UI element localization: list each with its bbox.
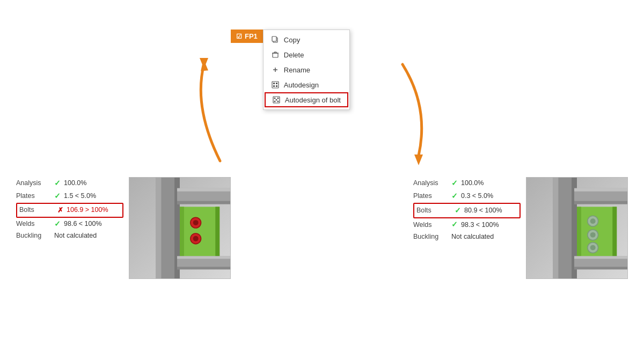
menu-copy-label: Copy — [284, 36, 300, 44]
svg-point-49 — [590, 218, 596, 224]
right-analysis-row: Analysis ✓ 100.0% — [413, 177, 521, 190]
left-model-svg — [129, 178, 230, 278]
svg-point-51 — [590, 232, 596, 238]
left-model-thumb — [129, 177, 231, 279]
svg-rect-13 — [276, 85, 277, 87]
right-bolts-value: 80.9 < 100% — [464, 205, 502, 216]
svg-rect-46 — [577, 207, 581, 260]
right-plates-label: Plates — [413, 190, 448, 202]
menu-item-rename[interactable]: Rename — [264, 62, 349, 77]
left-welds-label: Welds — [16, 218, 51, 230]
fp1-label: FP1 — [245, 32, 258, 40]
menu-delete-label: Delete — [284, 51, 304, 59]
right-analysis-label: Analysis — [413, 178, 448, 189]
right-bolts-row: Bolts ✓ 80.9 < 100% — [413, 203, 521, 219]
fp1-badge[interactable]: ☑ FP1 — [231, 30, 263, 43]
right-stats-table: Analysis ✓ 100.0% Plates ✓ 0.3 < 5.0% Bo… — [413, 177, 521, 243]
menu-rename-label: Rename — [284, 66, 310, 74]
svg-rect-29 — [180, 207, 184, 260]
right-model-svg — [526, 178, 627, 278]
right-bolts-label: Bolts — [416, 205, 451, 216]
left-analysis-value: 100.0% — [64, 178, 86, 189]
svg-rect-26 — [177, 188, 230, 192]
svg-rect-2 — [273, 53, 278, 57]
right-model-thumb — [526, 177, 628, 279]
left-plates-label: Plates — [16, 190, 51, 202]
left-buckling-row: Buckling Not calculated — [16, 230, 123, 241]
svg-rect-11 — [276, 83, 277, 84]
menu-item-autodesign[interactable]: Autodesign — [264, 77, 349, 92]
context-menu: Copy Delete Rename — [263, 30, 350, 110]
copy-icon — [271, 35, 280, 44]
svg-rect-12 — [273, 85, 275, 87]
left-plates-row: Plates ✓ 1.5 < 5.0% — [16, 190, 123, 203]
fp1-check-icon: ☑ — [236, 33, 242, 40]
right-bolts-icon: ✓ — [455, 204, 461, 217]
rename-icon — [271, 65, 280, 74]
svg-rect-37 — [177, 267, 230, 269]
menu-autodesign-label: Autodesign — [284, 81, 319, 89]
svg-rect-44 — [574, 201, 627, 204]
svg-rect-30 — [215, 207, 219, 260]
right-plates-value: 0.3 < 5.0% — [461, 190, 493, 202]
svg-point-34 — [193, 236, 199, 241]
svg-point-17 — [274, 101, 275, 102]
svg-rect-40 — [553, 178, 558, 278]
left-buckling-label: Buckling — [16, 230, 51, 241]
delete-icon — [271, 50, 280, 59]
left-bolts-icon: ✗ — [57, 204, 63, 216]
right-buckling-value: Not calculated — [451, 231, 494, 243]
svg-rect-55 — [574, 256, 627, 259]
svg-rect-10 — [273, 83, 275, 84]
right-plates-row: Plates ✓ 0.3 < 5.0% — [413, 190, 521, 203]
svg-rect-47 — [612, 207, 617, 260]
right-analysis-value: 100.0% — [461, 178, 484, 189]
menu-item-copy[interactable]: Copy — [264, 32, 349, 47]
right-welds-row: Welds ✓ 98.3 < 100% — [413, 218, 521, 231]
svg-rect-27 — [177, 201, 230, 204]
svg-rect-43 — [574, 188, 627, 192]
left-panel: Analysis ✓ 100.0% Plates ✓ 1.5 < 5.0% Bo… — [16, 177, 231, 279]
svg-point-15 — [274, 98, 275, 99]
menu-item-delete[interactable]: Delete — [264, 47, 349, 62]
left-welds-row: Welds ✓ 98.6 < 100% — [16, 218, 123, 231]
left-welds-value: 98.6 < 100% — [64, 218, 102, 230]
arrow-right — [386, 43, 526, 166]
right-buckling-label: Buckling — [413, 231, 448, 243]
svg-rect-23 — [156, 178, 161, 278]
right-buckling-row: Buckling Not calculated — [413, 231, 521, 243]
left-analysis-row: Analysis ✓ 100.0% — [16, 177, 123, 190]
svg-point-16 — [277, 98, 279, 99]
right-welds-icon: ✓ — [451, 218, 458, 231]
svg-point-19 — [275, 99, 277, 101]
autodesign-bolt-icon — [272, 95, 281, 104]
autodesign-icon — [271, 80, 280, 89]
right-welds-label: Welds — [413, 219, 448, 231]
left-bolts-value: 106.9 > 100% — [67, 204, 108, 216]
left-welds-icon: ✓ — [54, 218, 61, 231]
svg-point-53 — [590, 245, 596, 251]
bottom-section: Analysis ✓ 100.0% Plates ✓ 1.5 < 5.0% Bo… — [0, 177, 644, 279]
right-analysis-icon: ✓ — [451, 177, 458, 190]
right-welds-value: 98.3 < 100% — [461, 219, 499, 231]
left-stats-table: Analysis ✓ 100.0% Plates ✓ 1.5 < 5.0% Bo… — [16, 177, 123, 242]
menu-item-autodesign-bolt[interactable]: Autodesign of bolt — [265, 92, 348, 107]
svg-rect-1 — [272, 36, 276, 41]
svg-rect-56 — [574, 267, 627, 269]
menu-autodesign-bolt-label: Autodesign of bolt — [285, 96, 341, 104]
left-analysis-icon: ✓ — [54, 177, 61, 190]
svg-rect-28 — [180, 207, 219, 260]
right-panel: Analysis ✓ 100.0% Plates ✓ 0.3 < 5.0% Bo… — [413, 177, 628, 279]
left-plates-icon: ✓ — [54, 190, 61, 203]
left-analysis-label: Analysis — [16, 178, 51, 189]
left-buckling-value: Not calculated — [54, 230, 97, 241]
svg-rect-36 — [177, 256, 230, 259]
svg-point-32 — [193, 220, 199, 225]
left-bolts-row: Bolts ✗ 106.9 > 100% — [16, 203, 123, 218]
svg-point-18 — [277, 101, 279, 102]
arrow-left — [97, 43, 236, 166]
left-plates-value: 1.5 < 5.0% — [64, 190, 96, 202]
left-bolts-label: Bolts — [19, 204, 54, 216]
right-plates-icon: ✓ — [451, 190, 458, 203]
context-menu-area: ☑ FP1 Copy Delete — [231, 30, 350, 110]
